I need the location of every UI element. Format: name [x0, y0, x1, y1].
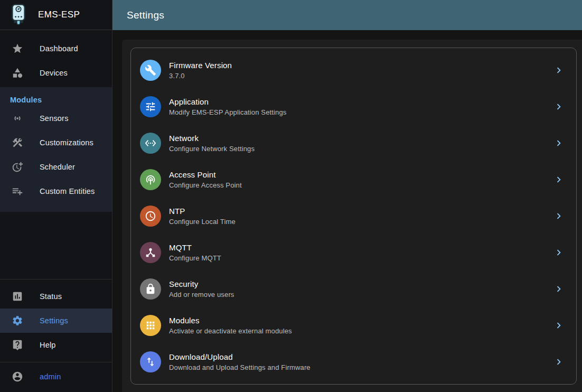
ethernet-icon — [140, 133, 161, 154]
settings-item-subtitle: 3.7.0 — [169, 72, 232, 80]
sidebar-account-section: admin — [0, 362, 112, 392]
sidebar-item-label: Scheduler — [40, 163, 75, 171]
sidebar-item-scheduler[interactable]: Scheduler — [0, 155, 112, 179]
settings-item-subtitle: Configure Local Time — [169, 218, 236, 226]
help-bubble-icon — [11, 339, 24, 351]
account-username: admin — [40, 372, 61, 381]
sidebar-item-settings[interactable]: Settings — [0, 309, 112, 333]
settings-item-subtitle: Configure Access Point — [169, 181, 242, 189]
settings-item-application[interactable]: Application Modify EMS-ESP Application S… — [131, 89, 576, 125]
settings-item-title: NTP — [169, 207, 236, 216]
sidebar-item-label: Customizations — [40, 138, 93, 147]
analytics-icon — [11, 291, 24, 302]
chevron-right-icon — [553, 210, 565, 222]
device-hub-icon — [140, 242, 161, 263]
settings-item-title: Network — [169, 134, 255, 143]
sidebar-item-label: Settings — [40, 316, 68, 325]
sidebar-item-custom-entities[interactable]: Custom Entities — [0, 179, 112, 203]
chevron-right-icon — [553, 64, 565, 76]
settings-item-subtitle: Download and Upload Settings and Firmwar… — [169, 363, 311, 371]
apps-grid-icon — [140, 315, 161, 336]
chevron-right-icon — [553, 283, 565, 295]
account-circle-icon — [11, 371, 24, 382]
sidebar: EMS-ESP Dashboard Devices Modules Sensor… — [0, 0, 112, 392]
modules-section-header: Modules — [0, 89, 112, 106]
chevron-right-icon — [553, 320, 565, 331]
sidebar-item-label: Dashboard — [40, 44, 78, 53]
settings-item-mqtt[interactable]: MQTT Configure MQTT — [131, 234, 576, 270]
settings-item-title: Application — [169, 97, 287, 106]
settings-item-title: Security — [169, 279, 234, 288]
sidebar-modules-section: Modules Sensors Customizations Scheduler… — [0, 87, 112, 212]
main-area: Settings Firmware Version 3.7.0 — [112, 0, 582, 392]
settings-list: Firmware Version 3.7.0 Application Modif… — [130, 48, 577, 385]
sidebar-item-admin[interactable]: admin — [0, 365, 112, 389]
settings-item-title: MQTT — [169, 243, 221, 252]
content-area: Firmware Version 3.7.0 Application Modif… — [112, 30, 582, 392]
settings-item-subtitle: Activate or deactivate external modules — [169, 327, 292, 335]
page-title: Settings — [127, 10, 164, 21]
wrench-icon — [140, 60, 161, 81]
sidebar-item-label: Devices — [40, 69, 68, 77]
category-icon — [11, 67, 24, 79]
tune-icon — [140, 96, 161, 117]
sidebar-item-dashboard[interactable]: Dashboard — [0, 36, 112, 61]
star-icon — [11, 43, 24, 54]
sidebar-item-label: Custom Entities — [40, 187, 95, 195]
sidebar-item-devices[interactable]: Devices — [0, 61, 112, 85]
sidebar-item-sensors[interactable]: Sensors — [0, 106, 112, 130]
sidebar-item-help[interactable]: Help — [0, 333, 112, 357]
sidebar-item-label: Sensors — [40, 114, 69, 123]
settings-item-access-point[interactable]: Access Point Configure Access Point — [131, 162, 576, 198]
settings-item-network[interactable]: Network Configure Network Settings — [131, 125, 576, 162]
sidebar-item-label: Status — [40, 292, 62, 301]
construction-icon — [11, 137, 24, 148]
boiler-logo-icon — [10, 3, 27, 26]
chevron-right-icon — [553, 101, 565, 113]
lock-icon — [140, 278, 161, 300]
settings-item-subtitle: Modify EMS-ESP Application Settings — [169, 108, 287, 116]
settings-item-title: Download/Upload — [169, 352, 311, 361]
sensors-icon — [11, 113, 24, 124]
settings-item-title: Firmware Version — [169, 61, 232, 70]
settings-item-title: Access Point — [169, 170, 242, 179]
sidebar-item-status[interactable]: Status — [0, 284, 112, 309]
sidebar-header: EMS-ESP — [0, 0, 112, 30]
settings-item-title: Modules — [169, 316, 292, 325]
gear-icon — [11, 315, 24, 326]
clock-icon — [140, 206, 161, 227]
chevron-right-icon — [553, 247, 565, 258]
app-title: EMS-ESP — [38, 10, 80, 20]
sidebar-nav-bottom: Status Settings Help — [0, 279, 112, 357]
settings-item-ntp[interactable]: NTP Configure Local Time — [131, 198, 576, 235]
sidebar-nav-main: Dashboard Devices — [0, 30, 112, 85]
content-paper: Firmware Version 3.7.0 Application Modif… — [122, 40, 582, 392]
import-export-icon — [140, 351, 161, 372]
settings-item-subtitle: Configure Network Settings — [169, 145, 255, 153]
sidebar-item-label: Help — [40, 341, 56, 349]
chevron-right-icon — [553, 137, 565, 149]
appbar: Settings — [112, 0, 582, 30]
more-time-icon — [11, 161, 24, 173]
chevron-right-icon — [553, 174, 565, 185]
settings-item-firmware-version[interactable]: Firmware Version 3.7.0 — [131, 52, 576, 89]
settings-item-download-upload[interactable]: Download/Upload Download and Upload Sett… — [131, 343, 576, 380]
wifi-tethering-icon — [140, 169, 161, 190]
settings-item-modules[interactable]: Modules Activate or deactivate external … — [131, 307, 576, 343]
sidebar-item-customizations[interactable]: Customizations — [0, 130, 112, 155]
settings-item-subtitle: Add or remove users — [169, 291, 234, 298]
settings-item-security[interactable]: Security Add or remove users — [131, 270, 576, 307]
chevron-right-icon — [553, 356, 565, 368]
settings-item-subtitle: Configure MQTT — [169, 254, 221, 262]
playlist-add-icon — [11, 185, 24, 197]
